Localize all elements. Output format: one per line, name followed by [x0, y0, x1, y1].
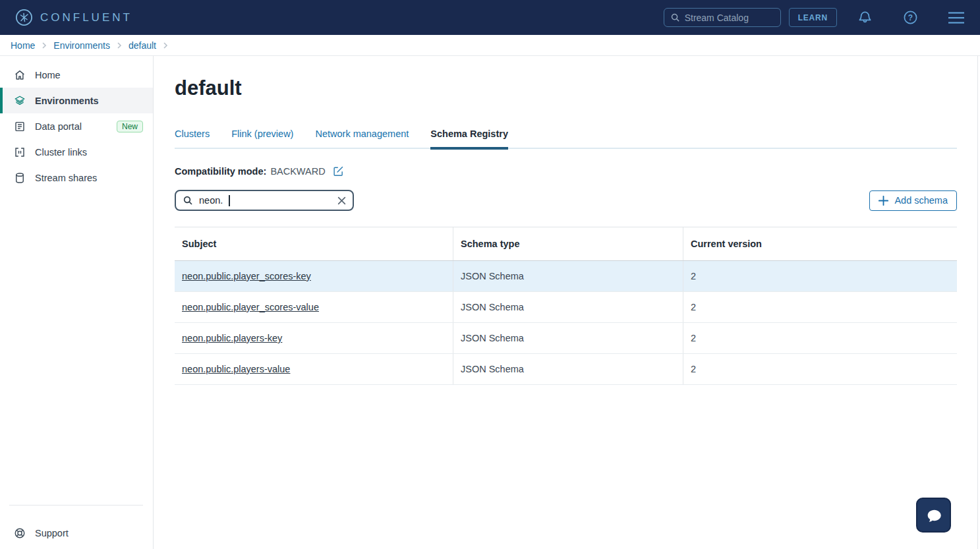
column-header-current-version: Current version: [683, 227, 957, 260]
sidebar-item-label: Environments: [35, 96, 99, 106]
sidebar-item-label: Support: [35, 528, 69, 538]
help-icon: ?: [903, 10, 918, 25]
sidebar-item-label: Cluster links: [35, 147, 87, 158]
confluent-logo-icon: [15, 9, 33, 26]
table-row: neon.public.players-key JSON Schema 2: [175, 323, 957, 354]
breadcrumb-default[interactable]: default: [129, 40, 156, 51]
compatibility-mode-label: Compatibility mode:: [175, 166, 266, 177]
current-version-cell: 2: [683, 354, 957, 384]
tab-network-management[interactable]: Network management: [315, 123, 409, 148]
stream-catalog-search[interactable]: [664, 8, 781, 27]
layers-icon: [14, 95, 26, 107]
schema-type-cell: JSON Schema: [453, 292, 683, 322]
current-version-cell: 2: [683, 261, 957, 291]
current-version-cell: 2: [683, 323, 957, 353]
schema-type-cell: JSON Schema: [453, 354, 683, 384]
sidebar-item-stream-shares[interactable]: Stream shares: [0, 165, 153, 190]
table-header: Subject Schema type Current version: [175, 227, 957, 261]
subject-link[interactable]: neon.public.players-value: [182, 364, 290, 374]
breadcrumb-home[interactable]: Home: [11, 40, 35, 51]
main-content: default Clusters Flink (preview) Network…: [154, 56, 980, 549]
document-icon: [14, 121, 26, 132]
subject-link[interactable]: neon.public.player_scores-key: [182, 271, 311, 281]
hamburger-icon: [948, 11, 965, 24]
support-icon: [14, 527, 26, 539]
top-navbar: CONFLUENT LEARN ?: [0, 0, 980, 35]
svg-text:?: ?: [908, 13, 913, 22]
current-version-cell: 2: [683, 292, 957, 322]
table-row: neon.public.player_scores-value JSON Sch…: [175, 292, 957, 323]
help-button[interactable]: ?: [903, 10, 918, 25]
schema-toolbar: neon. Add schema: [175, 190, 957, 211]
cluster-links-icon: [14, 146, 26, 158]
sidebar-item-support[interactable]: Support: [0, 520, 153, 546]
sidebar-item-data-portal[interactable]: Data portal New: [0, 113, 153, 139]
hamburger-menu-button[interactable]: [948, 11, 965, 24]
chevron-right-icon: [116, 42, 123, 49]
home-icon: [14, 69, 26, 81]
chevron-right-icon: [41, 42, 47, 49]
schema-search-input[interactable]: neon.: [175, 190, 354, 211]
search-icon: [670, 13, 680, 22]
add-schema-label: Add schema: [894, 195, 948, 206]
sidebar-item-label: Stream shares: [35, 173, 97, 183]
schema-type-cell: JSON Schema: [453, 261, 683, 291]
tab-schema-registry[interactable]: Schema Registry: [430, 123, 508, 148]
brand-name: CONFLUENT: [40, 11, 132, 24]
sidebar: Home Environments Data portal New: [0, 56, 154, 549]
column-header-subject: Subject: [175, 227, 453, 260]
scroll-edge-divider: [977, 56, 978, 549]
confluent-logo[interactable]: CONFLUENT: [15, 9, 132, 26]
sidebar-item-label: Home: [35, 70, 61, 80]
cylinder-icon: [14, 172, 26, 184]
tab-bar: Clusters Flink (preview) Network managem…: [175, 123, 957, 149]
breadcrumb-environments[interactable]: Environments: [53, 40, 110, 51]
close-icon: [337, 196, 346, 205]
column-header-schema-type: Schema type: [453, 227, 683, 260]
schema-type-cell: JSON Schema: [453, 323, 683, 353]
chevron-right-icon: [162, 42, 169, 49]
breadcrumb: Home Environments default: [0, 35, 980, 56]
new-badge: New: [117, 121, 143, 132]
subject-link[interactable]: neon.public.player_scores-value: [182, 302, 319, 312]
chat-bubble-icon: [925, 506, 943, 525]
bell-icon: [857, 10, 873, 25]
stream-catalog-input[interactable]: [685, 13, 764, 23]
table-row: neon.public.player_scores-key JSON Schem…: [175, 261, 957, 292]
sidebar-item-label: Data portal: [35, 121, 82, 132]
schemas-table: Subject Schema type Current version neon…: [175, 227, 957, 385]
compatibility-mode-value: BACKWARD: [270, 166, 325, 177]
tab-flink-preview[interactable]: Flink (preview): [231, 123, 293, 148]
subject-link[interactable]: neon.public.players-key: [182, 333, 282, 343]
sidebar-item-home[interactable]: Home: [0, 62, 153, 88]
page-title: default: [175, 76, 957, 101]
plus-icon: [879, 196, 888, 206]
notifications-button[interactable]: [857, 10, 873, 25]
sidebar-divider: [9, 505, 143, 506]
search-icon: [183, 195, 193, 206]
schema-search-value: neon.: [199, 195, 223, 206]
compatibility-mode-row: Compatibility mode: BACKWARD: [175, 165, 957, 177]
edit-compatibility-button[interactable]: [333, 165, 344, 177]
add-schema-button[interactable]: Add schema: [869, 190, 957, 211]
text-caret: [229, 195, 230, 206]
edit-icon: [333, 165, 344, 177]
table-row: neon.public.players-value JSON Schema 2: [175, 354, 957, 385]
chat-widget-button[interactable]: [916, 498, 951, 533]
clear-search-button[interactable]: [337, 196, 346, 205]
sidebar-item-cluster-links[interactable]: Cluster links: [0, 139, 153, 165]
learn-button[interactable]: LEARN: [789, 8, 837, 27]
sidebar-item-environments[interactable]: Environments: [0, 88, 153, 113]
tab-clusters[interactable]: Clusters: [175, 123, 210, 148]
